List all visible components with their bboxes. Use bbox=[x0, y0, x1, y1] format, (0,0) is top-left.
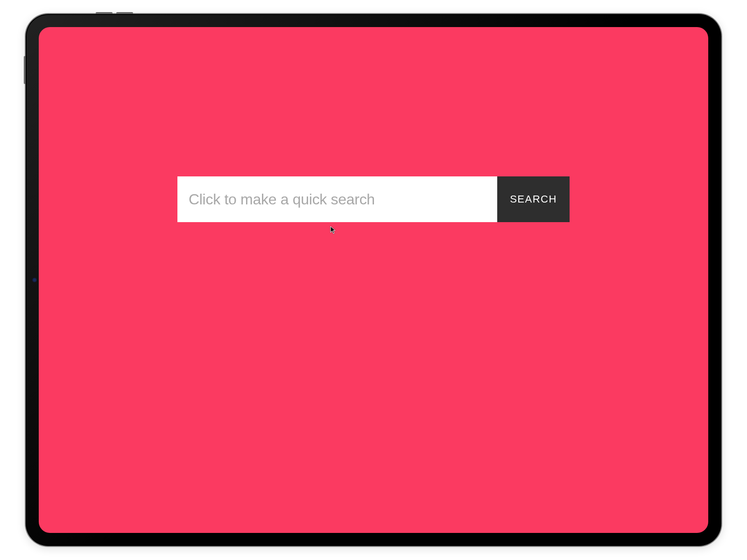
volume-up-button bbox=[96, 12, 113, 14]
tablet-device-frame: SEARCH bbox=[26, 14, 721, 546]
search-input[interactable] bbox=[177, 176, 497, 222]
mouse-cursor-icon bbox=[330, 226, 337, 234]
search-button[interactable]: SEARCH bbox=[497, 176, 570, 222]
volume-down-button bbox=[116, 12, 133, 14]
front-camera-icon bbox=[32, 278, 37, 282]
tablet-top-buttons bbox=[96, 12, 152, 14]
tablet-screen: SEARCH bbox=[39, 27, 708, 533]
search-form: SEARCH bbox=[177, 176, 570, 222]
power-button bbox=[24, 56, 26, 84]
